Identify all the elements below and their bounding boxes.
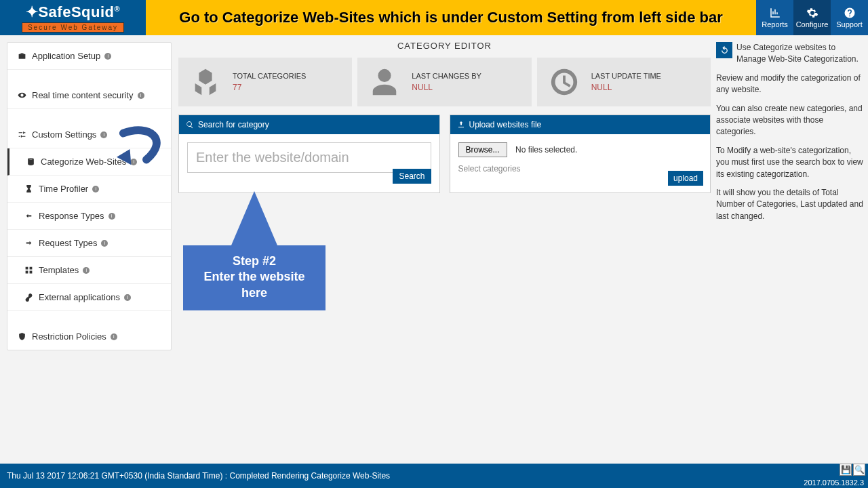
logo-tagline: Secure Web Gateway xyxy=(22,22,124,33)
sidebar-item-time[interactable]: Time Profileri xyxy=(7,176,171,203)
info-icon: i xyxy=(101,240,108,247)
user-icon xyxy=(364,64,405,100)
search-panel: Search for category Search xyxy=(178,115,440,193)
sidebar-item-request[interactable]: Request Typesi xyxy=(7,230,171,257)
info-icon: i xyxy=(83,267,90,274)
status-bar: Thu Jul 13 2017 12:06:21 GMT+0530 (India… xyxy=(0,464,868,488)
upload-icon xyxy=(457,121,465,129)
upload-panel: Upload websites file Browse... No files … xyxy=(450,115,711,193)
logo: ✦SafeSquid® Secure Web Gateway xyxy=(0,0,146,35)
logo-name: SafeSquid xyxy=(38,3,114,20)
shield-icon xyxy=(17,332,26,342)
arrow-right-icon xyxy=(24,239,33,248)
search-icon xyxy=(186,121,194,129)
cogs-icon xyxy=(806,7,818,19)
refresh-icon xyxy=(719,45,730,56)
browse-button[interactable]: Browse... xyxy=(458,142,507,157)
instruction-banner: Go to Categorize Web-Sites which is unde… xyxy=(146,0,756,35)
build-number: 2017.0705.1832.3 xyxy=(804,479,864,487)
info-icon: i xyxy=(108,213,115,220)
briefcase-icon xyxy=(17,52,26,61)
upload-button[interactable]: upload xyxy=(668,171,703,186)
hourglass-icon xyxy=(24,184,33,194)
eye-icon xyxy=(17,91,26,100)
link-icon xyxy=(24,293,33,302)
configure-button[interactable]: Configure xyxy=(793,0,831,35)
info-icon: i xyxy=(104,53,111,60)
sidebar-item-templates[interactable]: Templatesi xyxy=(7,257,171,284)
zoom-icon-button[interactable]: 🔍 xyxy=(853,464,865,476)
sliders-icon xyxy=(17,130,26,140)
refresh-button[interactable] xyxy=(716,42,732,58)
stat-last-update: LAST UPDATE TIMENULL xyxy=(537,58,711,106)
select-categories-label: Select categories xyxy=(458,164,703,174)
clock-icon xyxy=(544,64,585,100)
sidebar-item-categorize[interactable]: Categorize Web-Sitesi xyxy=(7,148,171,176)
info-icon: i xyxy=(100,131,107,138)
stat-total-categories: TOTAL CATEGORIES77 xyxy=(178,58,352,106)
help-text: Use Categorize websites to Manage Web-Si… xyxy=(715,35,868,464)
search-button[interactable]: Search xyxy=(393,169,431,184)
boxes-icon xyxy=(185,64,226,100)
sidebar-item-external[interactable]: External applicationsi xyxy=(7,284,171,311)
info-icon: i xyxy=(124,294,131,301)
help-icon xyxy=(844,7,856,19)
save-icon-button[interactable]: 💾 xyxy=(840,464,852,476)
no-files-label: No files selected. xyxy=(515,145,577,155)
info-icon: i xyxy=(130,159,137,165)
support-button[interactable]: Support xyxy=(831,0,868,35)
grid-icon xyxy=(24,266,33,275)
stat-last-changes: LAST CHANGES BYNULL xyxy=(357,58,531,106)
status-text: Thu Jul 13 2017 12:06:21 GMT+0530 (India… xyxy=(7,471,390,481)
reports-button[interactable]: Reports xyxy=(756,0,793,35)
sidebar-item-response[interactable]: Response Typesi xyxy=(7,203,171,230)
database-icon xyxy=(26,157,35,167)
chart-icon xyxy=(769,7,781,19)
info-icon: i xyxy=(92,186,99,192)
arrow-left-icon xyxy=(24,211,33,221)
sidebar-item-restriction[interactable]: Restriction Policiesi xyxy=(7,323,171,350)
sidebar-item-custom[interactable]: Custom Settingsi xyxy=(7,121,171,148)
info-icon: i xyxy=(111,333,117,340)
annotation-callout: Step #2 Enter the website here xyxy=(183,245,326,310)
info-icon: i xyxy=(138,92,144,99)
sidebar-item-app-setup[interactable]: Application Setupi xyxy=(7,43,171,70)
sidebar-item-realtime[interactable]: Real time content securityi xyxy=(7,82,171,109)
page-title: CATEGORY EDITOR xyxy=(178,35,711,58)
